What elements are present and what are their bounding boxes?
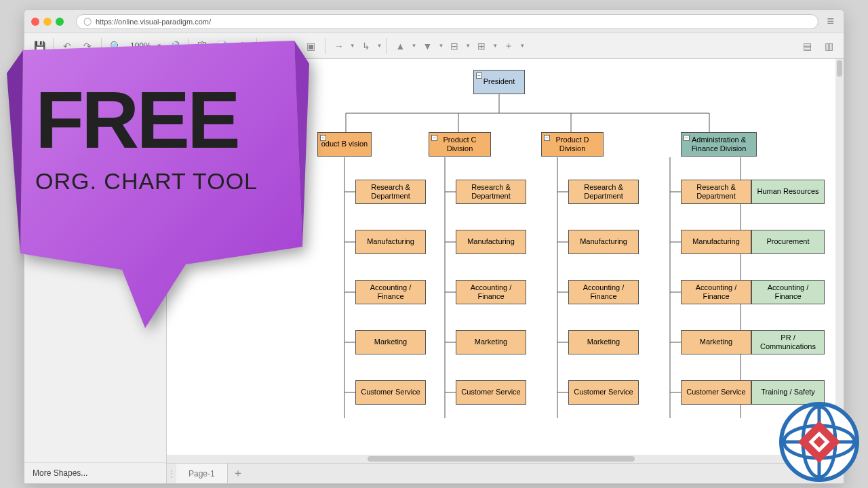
minimize-window-button[interactable]: [43, 18, 52, 26]
collapse-icon[interactable]: −: [431, 135, 437, 141]
distribute-icon[interactable]: ⊞: [472, 37, 491, 56]
node-customer[interactable]: Customer Service: [456, 380, 526, 405]
vertical-scrollbar[interactable]: [835, 59, 844, 455]
node-pr[interactable]: PR / Communications: [751, 330, 825, 354]
to-front-icon[interactable]: ▲: [391, 37, 410, 56]
visual-paradigm-logo-icon: [778, 401, 860, 483]
node-accounting[interactable]: Accounting / Finance: [568, 280, 639, 304]
connector-straight-icon[interactable]: →: [330, 37, 349, 56]
line-color-icon[interactable]: ✎: [281, 37, 300, 56]
zoom-dropdown-icon[interactable]: ▼: [157, 43, 162, 49]
shape-search-input[interactable]: [30, 64, 161, 81]
node-research[interactable]: Research & Department: [568, 180, 639, 204]
node-marketing[interactable]: Marketing: [681, 330, 751, 354]
app-window: ◯ https://online.visual-paradigm.com/ ≡ …: [24, 9, 844, 484]
node-procurement[interactable]: Procurement: [751, 230, 825, 254]
canvas[interactable]: − President − oduct B vision − Product C…: [167, 59, 844, 463]
horizontal-scrollbar[interactable]: [167, 455, 835, 463]
node-division-b[interactable]: − oduct B vision: [317, 132, 372, 157]
node-accounting[interactable]: Accounting / Finance: [355, 280, 426, 304]
node-division-admin[interactable]: − Administration & Finance Division: [681, 132, 757, 157]
close-window-button[interactable]: [31, 18, 39, 26]
zoom-out-icon[interactable]: 🔍: [106, 37, 125, 56]
canvas-area: − President − oduct B vision − Product C…: [167, 59, 844, 483]
node-research[interactable]: Research & Department: [681, 180, 751, 204]
hamburger-menu-icon[interactable]: ≡: [824, 14, 837, 28]
node-accounting[interactable]: Accounting / Finance: [456, 280, 526, 304]
connector-elbow-icon[interactable]: ↳: [357, 37, 376, 56]
tab-grip-icon[interactable]: ⋮: [167, 464, 176, 483]
body: ▼Sc ▼Or More Shapes...: [24, 59, 844, 483]
node-accounting[interactable]: Accounting / Finance: [751, 280, 825, 304]
node-customer[interactable]: Customer Service: [681, 380, 751, 405]
node-hr[interactable]: Human Resources: [751, 180, 825, 204]
titlebar: ◯ https://online.visual-paradigm.com/ ≡: [24, 10, 844, 33]
node-manufacturing[interactable]: Manufacturing: [681, 230, 751, 254]
toolbar: 💾 ↶ ↷ 🔍 100% ▼ 🔎 📋 📄 🗑 ◆ ✎ ▣ → ▼ ↳ ▼ ▲ ▼…: [24, 33, 844, 59]
tab-page-1[interactable]: Page-1: [176, 464, 228, 483]
node-research[interactable]: Research & Department: [456, 180, 526, 204]
node-manufacturing[interactable]: Manufacturing: [355, 230, 426, 254]
node-division-d[interactable]: − Product D Division: [541, 132, 604, 157]
node-customer[interactable]: Customer Service: [355, 380, 426, 405]
zoom-in-icon[interactable]: 🔎: [165, 37, 184, 56]
node-division-c[interactable]: − Product C Division: [429, 132, 491, 157]
node-customer[interactable]: Customer Service: [568, 380, 639, 405]
add-icon[interactable]: ＋: [499, 37, 518, 56]
collapse-icon[interactable]: −: [544, 135, 550, 141]
node-marketing[interactable]: Marketing: [456, 330, 526, 354]
node-shape-swatch[interactable]: [31, 167, 50, 178]
node-research[interactable]: Research & Department: [355, 180, 426, 204]
collapse-icon[interactable]: −: [320, 135, 326, 141]
zoom-controls: 🔍 100% ▼ 🔎: [106, 37, 184, 56]
outline-panel-icon[interactable]: ▥: [819, 37, 838, 56]
address-bar[interactable]: ◯ https://online.visual-paradigm.com/: [76, 14, 818, 29]
more-shapes-button[interactable]: More Shapes...: [24, 462, 166, 483]
node-accounting[interactable]: Accounting / Finance: [681, 280, 751, 304]
redo-icon[interactable]: ↷: [78, 37, 97, 56]
url-text: https://online.visual-paradigm.com/: [96, 18, 211, 26]
globe-icon: ◯: [83, 17, 92, 26]
window-controls: [31, 18, 64, 26]
format-panel-icon[interactable]: ▤: [797, 37, 816, 56]
undo-icon[interactable]: ↶: [58, 37, 77, 56]
paste-icon[interactable]: 📄: [213, 37, 232, 56]
add-page-button[interactable]: ＋: [228, 464, 248, 483]
node-marketing[interactable]: Marketing: [568, 330, 639, 354]
sidebar-section-scratchpad[interactable]: ▼Sc: [24, 86, 166, 149]
align-icon[interactable]: ⊟: [445, 37, 464, 56]
sidebar-section-orgchart[interactable]: ▼Or: [24, 149, 166, 182]
collapse-icon[interactable]: −: [684, 135, 690, 141]
maximize-window-button[interactable]: [56, 18, 64, 26]
collapse-icon[interactable]: −: [476, 73, 482, 79]
zoom-value[interactable]: 100%: [127, 41, 154, 51]
sidebar: ▼Sc ▼Or More Shapes...: [24, 59, 167, 483]
node-manufacturing[interactable]: Manufacturing: [456, 230, 526, 254]
shadow-icon[interactable]: ▣: [302, 37, 321, 56]
fill-color-icon[interactable]: ◆: [261, 37, 280, 56]
node-manufacturing[interactable]: Manufacturing: [568, 230, 639, 254]
save-icon[interactable]: 💾: [30, 37, 49, 56]
copy-icon[interactable]: 📋: [193, 37, 212, 56]
svg-marker-37: [7, 50, 23, 253]
node-marketing[interactable]: Marketing: [355, 330, 426, 354]
node-president[interactable]: − President: [473, 70, 525, 94]
to-back-icon[interactable]: ▼: [418, 37, 437, 56]
page-tabs: ⋮ Page-1 ＋: [167, 463, 844, 483]
delete-icon[interactable]: 🗑: [233, 37, 252, 56]
scratchpad-slot[interactable]: [31, 104, 159, 145]
